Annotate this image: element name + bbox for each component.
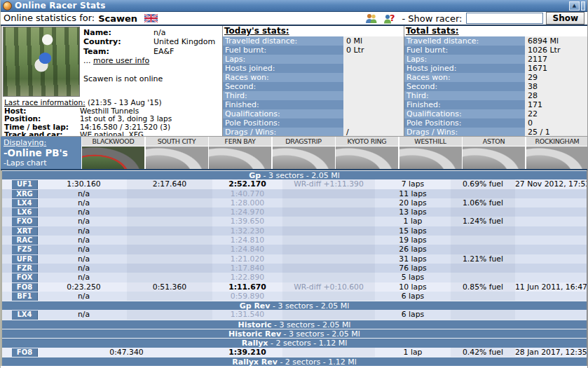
track-thumb-dragstrip[interactable]: DRAGSTRIP bbox=[273, 137, 335, 169]
sector2-time bbox=[127, 207, 212, 217]
unknown-racer-icon[interactable]: ? bbox=[383, 13, 395, 24]
stat-value: 171 bbox=[525, 100, 587, 109]
stat-value bbox=[343, 109, 404, 118]
track-name: ROCKINGHAM bbox=[526, 137, 588, 146]
stat-value bbox=[343, 100, 404, 109]
table-section-header-historic: Historic - 3 sectors - 2.05 Ml bbox=[2, 320, 587, 329]
car-label-fo8[interactable]: FO8 bbox=[12, 348, 38, 357]
wr-diff bbox=[282, 254, 375, 264]
online-racer-stats-window: Online Racer Stats ▲ Online statistics f… bbox=[0, 0, 588, 368]
pb-row-fo8: FO80:47.3401:39.2101 lap0.42% fuel28 Jan… bbox=[2, 348, 587, 357]
laps-count: 10 laps bbox=[375, 282, 451, 292]
track-thumb-south-city[interactable]: SOUTH CITY bbox=[146, 137, 208, 169]
track-thumb-blackwood[interactable]: BLACKWOOD bbox=[82, 137, 144, 169]
track-thumb-fern-bay[interactable]: FERN BAY bbox=[209, 137, 271, 169]
sector1-time: n/a bbox=[41, 245, 127, 254]
display-option--laps-chart[interactable]: -Laps chart bbox=[4, 158, 78, 168]
sector1-time: n/a bbox=[41, 189, 127, 198]
track-thumb-aston[interactable]: ASTON bbox=[463, 137, 525, 169]
wr-diff bbox=[282, 348, 375, 357]
car-label-bf1[interactable]: BF1 bbox=[12, 292, 38, 301]
fuel-percent bbox=[451, 236, 515, 245]
car-label-fz5[interactable]: FZ5 bbox=[12, 245, 38, 254]
car-cell: UF1 bbox=[2, 179, 41, 189]
car-label-lx4[interactable]: LX4 bbox=[12, 311, 38, 319]
stat-label: Qualifications: bbox=[223, 109, 343, 118]
show-button[interactable]: Show bbox=[546, 12, 584, 25]
car-label-lx4[interactable]: LX4 bbox=[12, 199, 38, 207]
table-section-header-historic-rev: Historic Rev - 3 sectors - 2.05 Ml bbox=[2, 329, 587, 338]
pb-row-xrg: XRGn/a1:40.77011 laps bbox=[2, 189, 587, 198]
pb-date bbox=[515, 226, 587, 236]
car-label-fxo[interactable]: FXO bbox=[12, 217, 38, 226]
shade-window-button[interactable]: ▲ bbox=[569, 1, 580, 11]
last-race-link[interactable]: Last race information: bbox=[4, 98, 86, 107]
car-label-rac[interactable]: RAC bbox=[12, 236, 38, 245]
displaying-title[interactable]: Displaying: bbox=[4, 138, 78, 147]
displaying-box: Displaying: -Online PB's-Laps chart bbox=[1, 137, 81, 169]
track-thumb-westhill[interactable]: WESTHILL bbox=[399, 137, 462, 169]
car-label-fox[interactable]: FOX bbox=[12, 273, 38, 282]
more-user-info-prefix: ... bbox=[83, 56, 93, 65]
more-user-info: ... more user info bbox=[83, 56, 222, 65]
car-cell: FO8 bbox=[2, 282, 41, 292]
pb-row-uf1: UF11:30.1602:17.6402:52.170WR-diff +1:11… bbox=[2, 179, 587, 189]
car-cell: LX4 bbox=[2, 198, 41, 207]
sector1-time: n/a bbox=[41, 198, 127, 207]
wr-diff bbox=[282, 264, 375, 273]
pb-row-fxo: FXOn/a1:39.6501 lap1.24% fuel bbox=[2, 217, 587, 226]
compare-racers-icon[interactable] bbox=[365, 13, 377, 24]
stat-row: Finished: bbox=[223, 100, 404, 109]
stat-row: Races won:29 bbox=[404, 73, 587, 82]
display-option--online-pb-s[interactable]: -Online PB's bbox=[4, 147, 78, 158]
sector2-time bbox=[127, 245, 212, 254]
pb-date: 11 Jun 2011, 16:47 bbox=[515, 282, 587, 292]
racer-name: Scawen bbox=[98, 13, 137, 24]
section-info: - 3 sectors - 2.05 Ml bbox=[271, 301, 350, 311]
car-label-ufr[interactable]: UFR bbox=[12, 255, 38, 264]
car-label-fzr[interactable]: FZR bbox=[12, 264, 38, 273]
car-label-uf1[interactable]: UF1 bbox=[12, 180, 38, 189]
wr-diff bbox=[282, 207, 375, 217]
stats-zone: Name:n/aCountry:United KingdomTeam:EA&F … bbox=[1, 26, 587, 137]
close-window-button[interactable] bbox=[581, 1, 585, 11]
car-label-lx6[interactable]: LX6 bbox=[12, 208, 38, 217]
car-label-xrg[interactable]: XRG bbox=[12, 190, 38, 198]
sector2-time bbox=[127, 254, 212, 264]
app-logo-icon bbox=[3, 1, 12, 11]
car-cell: LX4 bbox=[2, 310, 41, 319]
lap-time: 1:24.970 bbox=[212, 207, 282, 217]
pb-row-fox: FOXn/a1:22.8905 laps bbox=[2, 273, 587, 282]
pb-row-ufr: UFRn/a1:21.02031 laps1.21% fuel bbox=[2, 254, 587, 264]
laps-count: 13 laps bbox=[375, 207, 451, 217]
online-status: Scawen is not online bbox=[83, 74, 222, 83]
track-thumb-kyoto-ring[interactable]: KYOTO RING bbox=[336, 137, 398, 169]
pb-row-lx6: LX6n/a1:24.97013 laps bbox=[2, 207, 587, 217]
todays-stats-title: Today's stats: bbox=[223, 26, 404, 36]
pb-date: 28 Jan 2017, 12:35 bbox=[515, 348, 587, 357]
laps-count: 1 lap bbox=[375, 348, 451, 357]
fuel-percent bbox=[451, 273, 515, 282]
sector2-time bbox=[127, 310, 212, 319]
profile-field-value: n/a bbox=[153, 28, 165, 37]
sector1-time: n/a bbox=[41, 207, 127, 217]
show-racer-input[interactable] bbox=[466, 13, 543, 24]
sector2-time bbox=[127, 189, 212, 198]
car-label-fo8[interactable]: FO8 bbox=[12, 283, 38, 292]
car-label-xrt[interactable]: XRT bbox=[12, 227, 38, 236]
pb-date bbox=[515, 264, 587, 273]
laps-count: 15 laps bbox=[375, 226, 451, 236]
window-titlebar: Online Racer Stats ▲ bbox=[1, 0, 587, 12]
stat-value: 25 / 1 bbox=[525, 128, 587, 136]
online-pb-table: Gp - 3 sectors - 2.05 MlUF11:30.1602:17.… bbox=[1, 170, 587, 366]
more-user-info-link[interactable]: more user info bbox=[93, 56, 149, 65]
stat-label: Hosts joined: bbox=[404, 64, 525, 73]
pb-date bbox=[515, 236, 587, 245]
track-image bbox=[82, 146, 144, 169]
wr-diff bbox=[282, 189, 375, 198]
stat-row: Second: bbox=[223, 82, 404, 91]
car-cell: UFR bbox=[2, 254, 41, 264]
track-thumb-rockingham[interactable]: ROCKINGHAM bbox=[526, 137, 588, 169]
section-info: - 2 sectors - 1.12 Ml bbox=[268, 339, 347, 348]
fuel-percent: 1.24% fuel bbox=[451, 217, 515, 226]
